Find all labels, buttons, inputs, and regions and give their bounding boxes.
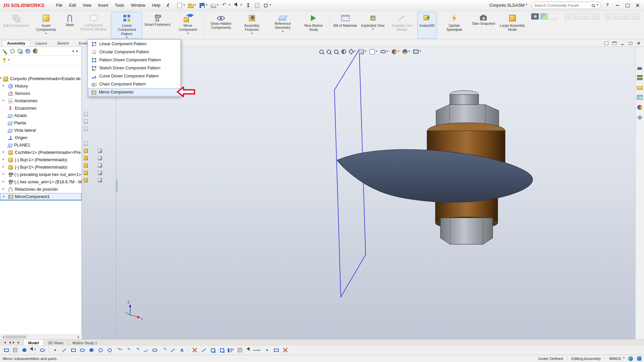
display-state-row[interactable] bbox=[84, 149, 102, 153]
chevron-down-icon[interactable] bbox=[187, 33, 189, 35]
apply-scene-button[interactable] bbox=[402, 49, 410, 54]
show-hidden-components-button[interactable]: Show Hidden Components bbox=[206, 12, 236, 39]
file-explorer-icon[interactable] bbox=[637, 86, 643, 90]
propertymanager-tab-icon[interactable] bbox=[10, 49, 15, 54]
tree-item-hex-screw[interactable]: (-) hex screw_am<1> (B18.6.7M - M bbox=[0, 178, 82, 186]
perimeter-circle-icon[interactable] bbox=[106, 347, 113, 354]
chevron-down-icon[interactable] bbox=[372, 28, 374, 31]
display-relations-icon[interactable] bbox=[255, 347, 262, 354]
display-state-row[interactable] bbox=[84, 141, 88, 146]
annotation-visibility-button[interactable] bbox=[349, 50, 356, 54]
extend-entities-icon[interactable] bbox=[200, 347, 207, 354]
section-view-button[interactable] bbox=[341, 49, 346, 54]
edit-appearance-button[interactable] bbox=[392, 49, 399, 54]
hide-show-items-button[interactable] bbox=[380, 50, 389, 53]
resource-monitor-icon[interactable] bbox=[637, 356, 641, 361]
menu-file[interactable]: File bbox=[53, 1, 66, 9]
tree-item-top-plane[interactable]: Planta bbox=[0, 119, 82, 127]
tab-assembly[interactable]: Assembly bbox=[2, 40, 30, 47]
view-orientation-button[interactable] bbox=[359, 49, 367, 54]
circle-icon[interactable] bbox=[97, 347, 104, 354]
tab-model[interactable]: Model bbox=[24, 340, 44, 345]
expand-arrow-icon[interactable] bbox=[3, 172, 6, 176]
update-speedpak-button[interactable]: Update Speedpak bbox=[439, 12, 470, 39]
three-point-arc-icon[interactable] bbox=[133, 347, 140, 354]
sketch-icon[interactable] bbox=[21, 347, 28, 354]
open-button[interactable] bbox=[187, 2, 197, 9]
expand-arrow-icon[interactable] bbox=[3, 157, 6, 161]
last-tab-icon[interactable] bbox=[18, 341, 21, 344]
corner-rectangle-icon[interactable] bbox=[70, 347, 77, 354]
custom-properties-icon[interactable] bbox=[637, 115, 643, 120]
capture-options-icon[interactable] bbox=[540, 13, 548, 19]
menu-item-circular-component-pattern[interactable]: Circular Component Pattern bbox=[88, 48, 180, 56]
tree-item-front-plane[interactable]: Alzado bbox=[0, 112, 82, 119]
display-state-row[interactable] bbox=[84, 156, 102, 160]
menu-help[interactable]: Help bbox=[149, 1, 164, 9]
line-icon[interactable] bbox=[61, 347, 68, 354]
menu-item-pattern-driven-component-pattern[interactable]: Pattern Driven Component Pattern bbox=[88, 56, 180, 64]
expand-arrow-icon[interactable] bbox=[3, 187, 6, 190]
mirror-entities-icon[interactable] bbox=[227, 347, 234, 354]
expand-arrow-icon[interactable] bbox=[3, 83, 6, 87]
view-sketch-icon[interactable] bbox=[3, 347, 10, 354]
community-search-box[interactable] bbox=[531, 2, 601, 9]
ellipse-icon[interactable] bbox=[151, 347, 158, 354]
tree-item-hex-nut[interactable]: (-) prevailing torque hex nut_am<1> bbox=[0, 171, 82, 178]
reference-geometry-button[interactable]: Reference Geometry bbox=[267, 12, 298, 39]
large-assembly-mode-button[interactable]: Large Assembly Mode bbox=[497, 12, 528, 39]
lasso-select-icon[interactable] bbox=[39, 347, 46, 354]
featuremanager-tab-icon[interactable] bbox=[2, 49, 7, 54]
expand-arrow-icon[interactable] bbox=[0, 76, 3, 80]
tree-item-buj2[interactable]: (-) Buj<2> (Predeterminado) bbox=[0, 164, 82, 171]
trim-entities-icon[interactable] bbox=[191, 347, 198, 354]
zoom-area-button[interactable] bbox=[327, 50, 331, 54]
polygon-icon[interactable] bbox=[88, 347, 95, 354]
previous-view-button[interactable] bbox=[334, 50, 338, 54]
chevron-down-icon[interactable] bbox=[623, 357, 625, 360]
next-tab-icon[interactable] bbox=[13, 341, 16, 344]
tree-item-assembly-root[interactable]: Conjunto (Predeterminado<Estado de vi bbox=[0, 75, 82, 82]
tree-horizontal-scrollbar[interactable] bbox=[0, 335, 82, 339]
collapse-pane-icon[interactable] bbox=[71, 50, 74, 53]
assembly-3d-model[interactable] bbox=[337, 90, 533, 244]
tree-item-mates[interactable]: Relaciones de posición bbox=[0, 186, 82, 193]
sketch-grid-icon[interactable] bbox=[12, 347, 19, 354]
menu-item-linear-component-pattern[interactable]: Linear Component Pattern bbox=[88, 40, 180, 48]
display-state-row[interactable] bbox=[84, 119, 88, 124]
chevron-down-icon[interactable] bbox=[596, 4, 598, 7]
scroll-left-icon[interactable] bbox=[1, 336, 4, 339]
home-icon[interactable] bbox=[637, 65, 643, 70]
first-tab-icon[interactable] bbox=[3, 341, 6, 344]
tree-item-mirrorcomponent1[interactable]: MirrorComponent1 bbox=[0, 193, 82, 200]
expand-pane-icon[interactable] bbox=[76, 50, 79, 53]
chevron-down-icon[interactable] bbox=[282, 31, 284, 33]
tree-item-cuchilla[interactable]: Cuchilla<1> (Predeterminado<<Pre bbox=[0, 149, 82, 156]
expand-arrow-icon[interactable] bbox=[3, 165, 6, 168]
sketch-text-icon[interactable] bbox=[178, 347, 185, 354]
display-state-row[interactable] bbox=[84, 171, 102, 175]
previous-tab-icon[interactable] bbox=[8, 341, 11, 344]
offset-entities-icon[interactable] bbox=[218, 347, 225, 354]
displaymanager-tab-icon[interactable] bbox=[33, 49, 38, 54]
expand-arrow-icon[interactable] bbox=[3, 150, 6, 154]
point-icon[interactable] bbox=[52, 347, 59, 354]
add-relation-icon[interactable] bbox=[264, 347, 271, 354]
assembly-features-button[interactable]: Assembly Features bbox=[236, 12, 267, 39]
maximize-button[interactable] bbox=[623, 2, 632, 9]
view-palette-icon[interactable] bbox=[637, 95, 643, 100]
centerpoint-arc-icon[interactable] bbox=[115, 347, 122, 354]
minimize-document-icon[interactable] bbox=[621, 42, 625, 45]
tree-item-sensors[interactable]: Sensors bbox=[0, 90, 82, 97]
filter-funnel-icon[interactable] bbox=[2, 58, 6, 63]
convert-entities-icon[interactable] bbox=[209, 347, 216, 354]
rebuild-button[interactable] bbox=[244, 2, 252, 9]
menu-item-mirror-components[interactable]: Mirror Components bbox=[88, 88, 180, 96]
file-properties-button[interactable] bbox=[253, 2, 261, 9]
pin-menu-icon[interactable] bbox=[166, 3, 170, 8]
chevron-down-icon[interactable] bbox=[8, 59, 10, 62]
scrollbar-thumb[interactable] bbox=[5, 336, 26, 339]
linear-sketch-pattern-icon[interactable] bbox=[236, 347, 244, 354]
search-icon[interactable] bbox=[592, 4, 595, 7]
menu-view[interactable]: View bbox=[79, 1, 95, 9]
